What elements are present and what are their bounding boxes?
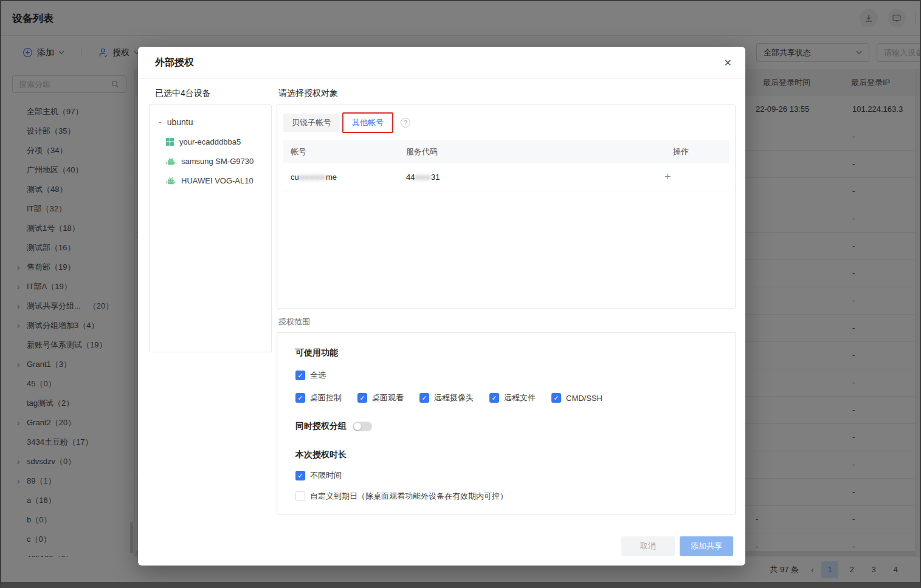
feature-label: 远程摄像头 [434, 392, 474, 403]
account-table: 帐号 服务代码 操作 cu●●●●●me 44●●●31 + [283, 140, 729, 191]
duration-option-label: 不限时间 [310, 470, 342, 481]
help-icon[interactable]: ? [401, 118, 410, 128]
app-window: 设备列表 [0, 0, 921, 588]
service-code-cell: 44●●●31 [406, 173, 673, 182]
target-label: 请选择授权对象 [278, 88, 338, 99]
device-name: samsung SM-G9730 [181, 157, 254, 166]
duration-options: ✓不限时间自定义到期日（除桌面观看功能外设备在有效期内可控） [295, 470, 717, 502]
column-account: 帐号 [283, 146, 406, 157]
group-toggle-label: 同时授权分组 [295, 421, 347, 432]
device-tree-children: your-ecadddbba5samsung SM-G9730HUAWEI VO… [150, 132, 271, 190]
feature-checkbox-item[interactable]: ✓远程文件 [489, 392, 536, 403]
toggle-knob [354, 423, 361, 430]
android-icon [166, 157, 176, 165]
code-masked: ●●● [415, 173, 431, 182]
feature-label: 桌面控制 [310, 392, 342, 403]
android-icon [166, 177, 176, 185]
checkbox-icon[interactable]: ✓ [357, 393, 367, 403]
account-tabs: 贝锐子帐号 其他帐号 ? [283, 112, 729, 133]
authorization-target-panel: 贝锐子帐号 其他帐号 ? 帐号 服务代码 操作 cu●●●●●me 44 [277, 104, 736, 309]
tab-other-account[interactable]: 其他帐号 [343, 114, 392, 132]
select-all-label: 全选 [310, 370, 326, 381]
modal-footer: 取消 添加共享 [621, 536, 733, 556]
code-suffix: 31 [431, 173, 440, 182]
account-row: cu●●●●●me 44●●●31 + [283, 163, 729, 191]
device-tree-root[interactable]: - ubuntu [150, 112, 271, 132]
add-share-button[interactable]: 添加共享 [680, 536, 733, 556]
group-authorize-toggle[interactable] [353, 422, 372, 431]
modal-title: 外部授权 [155, 56, 194, 69]
column-service-code: 服务代码 [406, 146, 673, 157]
checkbox-icon[interactable]: ✓ [419, 393, 429, 403]
feature-label: 远程文件 [504, 392, 536, 403]
device-tree-item[interactable]: your-ecadddbba5 [150, 132, 271, 151]
account-suffix: me [326, 173, 337, 182]
column-action: 操作 [673, 146, 729, 157]
modal-header: 外部授权 ✕ [138, 47, 745, 79]
feature-label: 桌面观看 [372, 392, 404, 403]
code-prefix: 44 [406, 173, 415, 182]
feature-checkbox-item[interactable]: ✓CMD/SSH [551, 393, 602, 403]
cancel-button[interactable]: 取消 [621, 536, 675, 556]
checkbox-icon[interactable] [295, 491, 305, 501]
annotation-red-box: 其他帐号 [342, 112, 393, 133]
checkbox-icon[interactable]: ✓ [295, 471, 305, 480]
external-authorization-modal: 外部授权 ✕ 已选中4台设备 请选择授权对象 - ubuntu your-eca… [138, 47, 745, 566]
group-toggle-row: 同时授权分组 [295, 421, 717, 432]
windows-icon [166, 138, 174, 146]
account-table-header: 帐号 服务代码 操作 [283, 140, 729, 163]
duration-title: 本次授权时长 [295, 450, 717, 460]
authorization-scope-panel: 可使用功能 ✓ 全选 ✓桌面控制✓桌面观看✓远程摄像头✓远程文件✓CMD/SSH… [277, 332, 736, 514]
feature-checkbox-item[interactable]: ✓远程摄像头 [419, 392, 474, 403]
duration-option[interactable]: ✓不限时间 [295, 470, 717, 481]
features-title: 可使用功能 [295, 347, 717, 358]
add-account-button[interactable]: + [664, 171, 729, 183]
device-tree-item[interactable]: samsung SM-G9730 [150, 151, 271, 171]
account-prefix: cu [291, 173, 299, 182]
device-name: your-ecadddbba5 [179, 137, 241, 146]
device-tree-root-label: ubuntu [167, 117, 193, 127]
close-icon[interactable]: ✕ [724, 57, 732, 69]
checkbox-icon[interactable]: ✓ [551, 393, 561, 403]
select-all-row: ✓ 全选 [295, 370, 717, 381]
select-all-checkbox[interactable]: ✓ [295, 371, 305, 380]
duration-option[interactable]: 自定义到期日（除桌面观看功能外设备在有效期内可控） [295, 491, 717, 502]
checkbox-icon[interactable]: ✓ [295, 393, 305, 403]
feature-checkbox-item[interactable]: ✓桌面观看 [357, 392, 404, 403]
collapse-icon[interactable]: - [159, 117, 162, 127]
device-name: HUAWEI VOG-AL10 [181, 176, 254, 185]
duration-option-label: 自定义到期日（除桌面观看功能外设备在有效期内可控） [310, 491, 508, 502]
checkbox-icon[interactable]: ✓ [489, 393, 499, 403]
feature-label: CMD/SSH [566, 394, 602, 403]
selected-devices-panel: - ubuntu your-ecadddbba5samsung SM-G9730… [149, 104, 272, 352]
account-masked: ●●●●● [299, 173, 326, 182]
feature-checkbox-item[interactable]: ✓桌面控制 [295, 392, 342, 403]
selected-devices-label: 已选中4台设备 [155, 88, 211, 99]
account-cell: cu●●●●●me [283, 173, 406, 182]
device-tree-item[interactable]: HUAWEI VOG-AL10 [150, 171, 271, 190]
tab-berui-subaccount[interactable]: 贝锐子帐号 [283, 114, 340, 132]
scope-label: 授权范围 [278, 316, 310, 327]
features-row: ✓桌面控制✓桌面观看✓远程摄像头✓远程文件✓CMD/SSH [295, 392, 717, 403]
